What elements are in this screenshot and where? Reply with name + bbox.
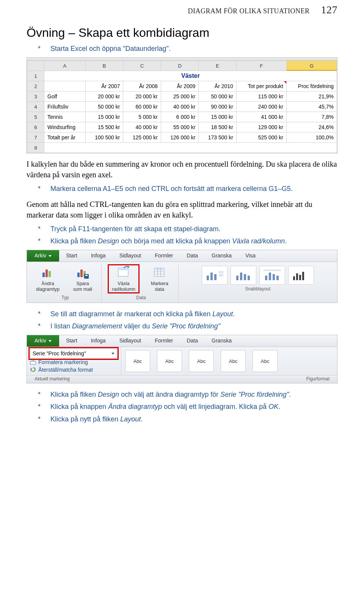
step-1-text: Starta Excel och öppna "Dataunderlag". xyxy=(50,44,337,54)
row-1: 1 xyxy=(27,71,44,81)
ribbon-layout-screenshot: Arkiv Start Infoga Sidlayout Formler Dat… xyxy=(27,335,337,383)
svg-rect-0 xyxy=(42,273,45,277)
step-5-text: Se till att diagrammet är markerat och k… xyxy=(50,309,337,319)
reset-icon xyxy=(30,367,36,373)
ribbon-group-figurformat: Abc Abc Abc Abc Abc xyxy=(121,347,337,375)
bullet: * xyxy=(38,44,49,54)
excel-table: A B C D E F G 1 Väster 2 År 2007 År 2008… xyxy=(27,60,337,153)
ribbon-group-typ: Ändra diagramtyp Spara som mall xyxy=(29,264,102,303)
table-row: 5 Tennis 15 000 kr 5 000 kr 6 000 kr 15 … xyxy=(27,112,337,122)
chart-element-combo[interactable]: Serie "Proc fördelning" xyxy=(30,349,117,358)
svg-rect-1 xyxy=(46,270,48,277)
paragraph-1: I kalkylen har du både en summering av k… xyxy=(27,159,337,180)
table-row: 4 Friluftsliv 50 000 kr 60 000 kr 40 000… xyxy=(27,102,337,112)
tab-arkiv[interactable]: Arkiv xyxy=(27,335,59,347)
table-row: 8 xyxy=(27,143,337,153)
tab-granska[interactable]: Granska xyxy=(205,250,238,262)
running-header: DIAGRAM FÖR OLIKA SITUATIONER 127 xyxy=(27,0,337,16)
layout-thumb[interactable] xyxy=(202,266,228,285)
svg-rect-29 xyxy=(273,274,275,280)
ribbon-group-data: Växla rad/kolumn Markera d xyxy=(104,264,179,303)
excel-screenshot: A B C D E F G 1 Väster 2 År 2007 År 2008… xyxy=(27,57,337,153)
svg-rect-21 xyxy=(219,274,223,276)
tab-data[interactable]: Data xyxy=(180,250,205,262)
group-label-snabblayout: Snabblayout xyxy=(245,285,271,293)
svg-rect-3 xyxy=(77,273,80,277)
tab-formler[interactable]: Formler xyxy=(148,335,180,347)
tab-arkiv[interactable]: Arkiv xyxy=(27,250,59,262)
svg-rect-35 xyxy=(30,361,36,364)
step-7-text: Klicka på fliken Design och välj att änd… xyxy=(50,390,337,399)
page-number: 127 xyxy=(321,4,338,16)
col-E: E xyxy=(199,61,237,71)
step-6-text: I listan Diagramelement väljer du Serie … xyxy=(50,321,337,331)
svg-rect-22 xyxy=(236,276,238,280)
paragraph-2: Genom att hålla ned CTRL-tangenten kan d… xyxy=(27,199,337,220)
ribbon-group-snabblayout: Snabblayout xyxy=(181,264,335,303)
shape-style-button[interactable]: Abc xyxy=(189,350,214,372)
svg-rect-6 xyxy=(84,274,89,279)
step-6: * I listan Diagramelement väljer du Seri… xyxy=(38,321,337,331)
table-row: 7 Totalt per år 100 500 kr 125 000 kr 12… xyxy=(27,132,337,143)
tab-granska[interactable]: Granska xyxy=(205,335,238,347)
step-4-text: Klicka på fliken Design och börja med at… xyxy=(50,236,337,246)
shape-style-button[interactable]: Abc xyxy=(253,350,278,372)
col-F: F xyxy=(236,61,286,71)
format-selection-link[interactable]: Formatera markering xyxy=(30,358,117,366)
svg-rect-17 xyxy=(207,276,209,280)
svg-rect-2 xyxy=(49,271,51,277)
layout-thumb[interactable] xyxy=(288,266,314,285)
step-8: * Klicka på knappen Ändra diagramtyp och… xyxy=(38,402,337,412)
shape-style-button[interactable]: Abc xyxy=(157,350,182,372)
change-chart-type-button[interactable]: Ändra diagramtyp xyxy=(33,264,63,293)
step-4: * Klicka på fliken Design och börja med … xyxy=(38,236,337,246)
tab-start[interactable]: Start xyxy=(59,335,84,347)
table-row: 6 Windsurfing 15 500 kr 40 000 kr 55 000… xyxy=(27,122,337,132)
step-1: * Starta Excel och öppna "Dataunderlag". xyxy=(38,44,337,54)
grid-select-icon xyxy=(153,266,166,279)
svg-rect-18 xyxy=(210,273,213,280)
tab-start[interactable]: Start xyxy=(59,250,84,262)
format-icon xyxy=(30,359,36,365)
group-label-data: Data xyxy=(136,293,146,302)
svg-rect-27 xyxy=(265,276,267,280)
tab-visa[interactable]: Visa xyxy=(238,250,262,262)
col-C: C xyxy=(123,61,161,71)
svg-rect-9 xyxy=(119,269,127,270)
col-A: A xyxy=(44,61,86,71)
reset-format-link[interactable]: Återställ/matcha format xyxy=(30,366,117,374)
tab-infoga[interactable]: Infoga xyxy=(84,250,113,262)
svg-rect-31 xyxy=(293,276,295,280)
switch-icon xyxy=(117,266,130,279)
tab-sidlayout[interactable]: Sidlayout xyxy=(113,335,148,347)
tab-sidlayout[interactable]: Sidlayout xyxy=(113,250,148,262)
svg-rect-20 xyxy=(219,271,223,273)
tab-data[interactable]: Data xyxy=(180,335,205,347)
col-B: B xyxy=(85,61,123,71)
svg-rect-25 xyxy=(248,276,250,280)
svg-rect-7 xyxy=(85,275,88,276)
ribbon-group-aktuell-markering: Serie "Proc fördelning" Formatera marker… xyxy=(27,347,121,375)
table-row: 3 Golf 20 000 kr 20 000 kr 25 000 kr 50 … xyxy=(27,91,337,102)
shape-style-button[interactable]: Abc xyxy=(125,350,150,372)
select-all-cell xyxy=(27,61,44,71)
ribbon-design-screenshot: Arkiv Start Infoga Sidlayout Formler Dat… xyxy=(27,250,337,303)
svg-rect-26 xyxy=(264,270,281,271)
layout-thumb[interactable] xyxy=(259,266,285,285)
svg-rect-12 xyxy=(155,269,163,270)
layout-thumb[interactable] xyxy=(231,266,256,285)
svg-rect-24 xyxy=(244,274,246,280)
svg-rect-19 xyxy=(214,274,217,280)
step-2: * Markera cellerna A1–E5 och ned CTRL oc… xyxy=(38,184,337,194)
tab-formler[interactable]: Formler xyxy=(148,250,180,262)
save-chart-icon xyxy=(76,266,89,279)
group-label-typ: Typ xyxy=(61,293,69,302)
svg-rect-4 xyxy=(80,270,83,277)
save-as-template-button[interactable]: Spara som mall xyxy=(68,264,97,293)
tab-infoga[interactable]: Infoga xyxy=(84,335,113,347)
group-label-figurformat: Figurformat xyxy=(306,376,329,382)
svg-rect-32 xyxy=(296,273,298,280)
shape-style-button[interactable]: Abc xyxy=(221,350,246,372)
select-data-button[interactable]: Markera data xyxy=(145,264,174,293)
switch-row-column-button[interactable]: Växla rad/kolumn xyxy=(108,264,140,293)
